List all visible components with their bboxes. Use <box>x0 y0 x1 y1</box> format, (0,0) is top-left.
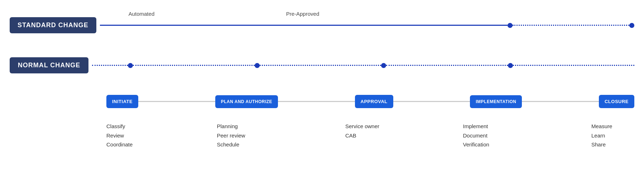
subtitle-closure: Measure Learn Share <box>591 122 634 149</box>
subtitle-initiate: Classify Review Coordinate <box>106 122 153 149</box>
diagram-container: STANDARD CHANGE Automated Pre-Approved N… <box>0 0 644 179</box>
standard-dotted-line <box>513 25 629 26</box>
standard-line: Automated Pre-Approved <box>100 20 634 31</box>
phase-badge-plan: PLAN AND AUTHORIZE <box>215 95 278 108</box>
connector-4 <box>522 101 599 102</box>
phases-row: INITIATE PLAN AND AUTHORIZE APPROVAL IMP… <box>10 95 634 108</box>
normal-change-row: NORMAL CHANGE <box>10 57 634 73</box>
subtitles-row: Classify Review Coordinate Planning Peer… <box>10 122 634 149</box>
standard-solid-line <box>100 25 508 26</box>
phase-badge-approval: APPROVAL <box>355 95 393 108</box>
normal-dotted-seg-2 <box>260 65 381 66</box>
connector-2 <box>278 101 355 102</box>
normal-dotted-seg-4 <box>513 65 635 66</box>
phase-badge-implementation: IMPLEMENTATION <box>470 95 522 108</box>
standard-dot-1 <box>508 23 513 28</box>
subtitle-implementation: Implement Document Verification <box>463 122 528 149</box>
normal-dotted-seg-0 <box>92 65 128 66</box>
normal-dotted-seg-1 <box>133 65 255 66</box>
phase-badge-closure: CLOSURE <box>599 95 634 108</box>
normal-dot-2 <box>255 63 260 68</box>
subtitle-approval: Service owner CAB <box>345 122 399 140</box>
normal-dot-4 <box>508 63 513 68</box>
normal-dot-1 <box>128 63 133 68</box>
normal-dotted-seg-3 <box>386 65 508 66</box>
automated-annotation: Automated <box>129 11 155 17</box>
preapproved-annotation: Pre-Approved <box>286 11 319 17</box>
normal-line <box>92 60 634 71</box>
standard-change-label: STANDARD CHANGE <box>10 17 96 33</box>
connector-3 <box>393 101 470 102</box>
phase-badge-initiate: INITIATE <box>106 95 138 108</box>
standard-change-row: STANDARD CHANGE Automated Pre-Approved <box>10 17 634 33</box>
normal-dot-3 <box>381 63 386 68</box>
standard-dot-2 <box>629 23 634 28</box>
normal-change-label: NORMAL CHANGE <box>10 57 88 73</box>
connector-1 <box>138 101 215 102</box>
subtitle-plan: Planning Peer review Schedule <box>217 122 282 149</box>
